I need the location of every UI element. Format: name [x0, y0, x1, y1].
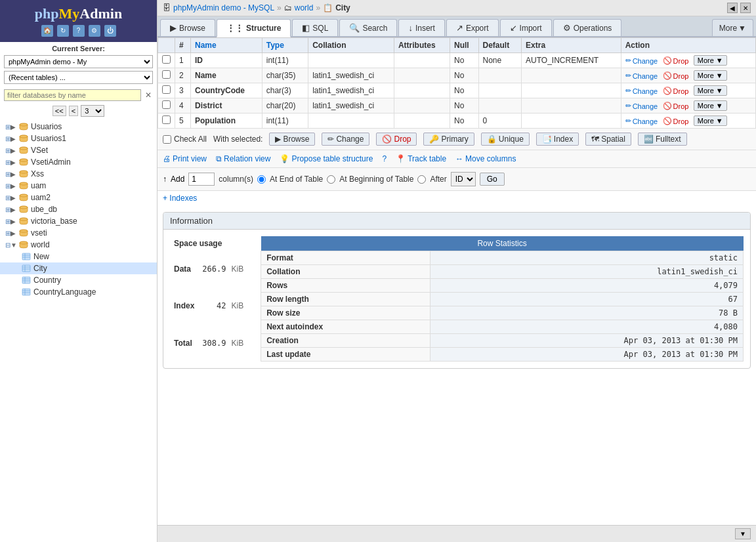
row-checkbox[interactable]	[158, 53, 175, 68]
plusminus-icon-usuarios[interactable]: ⊞	[5, 123, 10, 131]
sidebar-item-world_new[interactable]: New	[0, 251, 157, 262]
table-select[interactable]: (Recent tables) ...	[4, 71, 153, 84]
expand-icon-world[interactable]: ▼	[10, 241, 18, 249]
expand-icon-vset[interactable]: ▶	[10, 147, 18, 154]
more-button[interactable]: More ▼	[694, 85, 727, 96]
page-num-select[interactable]: 3	[81, 105, 104, 117]
go-button[interactable]: Go	[480, 173, 505, 186]
primary-btn[interactable]: 🔑 Primary	[423, 133, 474, 146]
tab-browse[interactable]: ▶ Browse	[160, 19, 215, 36]
server-select[interactable]: phpMyAdmin demo - My	[4, 55, 153, 68]
change-link[interactable]: ✏ Change	[625, 117, 658, 125]
sidebar-item-usuarios1[interactable]: ⊞▶Usuarios1	[0, 133, 157, 144]
more-button[interactable]: More ▼	[694, 100, 727, 111]
index-btn[interactable]: 📑 Index	[536, 133, 579, 146]
col-header-name[interactable]: Name	[191, 38, 262, 53]
more-button[interactable]: More ▼	[694, 70, 727, 81]
drop-link[interactable]: 🚫 Drop	[663, 87, 689, 95]
more-button[interactable]: More ▼	[694, 115, 727, 126]
row-checkbox[interactable]	[158, 98, 175, 114]
change-link[interactable]: ✏ Change	[625, 56, 658, 65]
change-link[interactable]: ✏ Change	[625, 72, 658, 80]
sidebar-item-usuarios[interactable]: ⊞▶Usuarios	[0, 121, 157, 133]
drop-link[interactable]: 🚫 Drop	[663, 56, 689, 65]
sidebar-item-world_city[interactable]: City	[0, 262, 157, 274]
plusminus-icon-vset[interactable]: ⊞	[5, 147, 10, 154]
tab-structure[interactable]: ⋮⋮ Structure	[217, 19, 291, 37]
add-column-input[interactable]	[188, 173, 215, 186]
tab-import[interactable]: ↙ Import	[500, 19, 552, 36]
plusminus-icon-victoria_base[interactable]: ⊞	[5, 218, 10, 225]
tab-more[interactable]: More ▼	[712, 19, 753, 36]
drop-btn[interactable]: 🚫 Drop	[376, 133, 417, 146]
propose-help-icon[interactable]: ?	[382, 154, 387, 163]
plusminus-icon-uam2[interactable]: ⊞	[5, 194, 10, 201]
expand-icon-vsetiadmin[interactable]: ▶	[10, 159, 18, 166]
drop-link[interactable]: 🚫 Drop	[663, 72, 689, 80]
plusminus-icon-xss[interactable]: ⊞	[5, 171, 10, 178]
plusminus-icon-uam[interactable]: ⊞	[5, 182, 10, 190]
expand-icon-usuarios[interactable]: ▶	[10, 123, 18, 131]
sidebar-item-world[interactable]: ⊟▼world	[0, 239, 157, 251]
expand-icon-usuarios1[interactable]: ▶	[10, 135, 18, 142]
plusminus-icon-usuarios1[interactable]: ⊞	[5, 135, 10, 142]
sidebar-item-victoria_base[interactable]: ⊞▶victoria_base	[0, 215, 157, 227]
move-columns-link[interactable]: ↔ Move columns	[455, 154, 516, 163]
change-link[interactable]: ✏ Change	[625, 87, 658, 95]
expand-icon-xss[interactable]: ▶	[10, 171, 18, 178]
exit-icon[interactable]: ⏻	[104, 25, 116, 37]
filter-clear-button[interactable]: ✕	[144, 91, 153, 100]
help-icon[interactable]: ?	[73, 25, 85, 37]
tab-operations[interactable]: ⚙ Operations	[553, 19, 622, 36]
sidebar-item-world_country[interactable]: Country	[0, 274, 157, 286]
spatial-btn[interactable]: 🗺 Spatial	[585, 133, 631, 146]
sidebar-item-vset[interactable]: ⊞▶VSet	[0, 144, 157, 156]
sidebar-item-xss[interactable]: ⊞▶Xss	[0, 168, 157, 180]
relation-view-link[interactable]: ⧉ Relation view	[216, 154, 270, 163]
row-checkbox[interactable]	[158, 83, 175, 98]
tab-insert[interactable]: ↓ Insert	[398, 19, 445, 36]
at-end-radio[interactable]	[257, 175, 266, 184]
indexes-link[interactable]: + Indexes	[163, 194, 197, 203]
expand-icon-victoria_base[interactable]: ▶	[10, 218, 18, 225]
sidebar-item-vsetiadmin[interactable]: ⊞▶VsetiAdmin	[0, 156, 157, 168]
browse-btn[interactable]: ▶ Browse	[269, 133, 315, 146]
sidebar-item-ube_db[interactable]: ⊞▶ube_db	[0, 203, 157, 215]
settings-icon[interactable]: ⚙	[89, 25, 100, 37]
unique-btn[interactable]: 🔒 Unique	[481, 133, 530, 146]
tab-export[interactable]: ↗ Export	[446, 19, 499, 36]
drop-link[interactable]: 🚫 Drop	[663, 102, 689, 110]
track-table-link[interactable]: 📍 Track table	[396, 154, 446, 163]
expand-icon-ube_db[interactable]: ▶	[10, 206, 18, 213]
propose-structure-link[interactable]: 💡 Propose table structure	[280, 154, 373, 163]
change-link[interactable]: ✏ Change	[625, 102, 658, 110]
plusminus-icon-world[interactable]: ⊟	[5, 241, 10, 249]
sidebar-item-world_countrylanguage[interactable]: CountryLanguage	[0, 286, 157, 298]
home-icon[interactable]: 🏠	[41, 25, 53, 37]
sidebar-item-uam2[interactable]: ⊞▶uam2	[0, 192, 157, 203]
breadcrumb-server[interactable]: phpMyAdmin demo - MySQL	[173, 3, 274, 12]
expand-icon-uam2[interactable]: ▶	[10, 194, 18, 201]
fulltext-btn[interactable]: 🔤 Fulltext	[638, 133, 687, 146]
expand-icon-vseti[interactable]: ▶	[10, 230, 18, 237]
minimize-button[interactable]: ◀	[727, 3, 738, 13]
change-btn[interactable]: ✏ Change	[322, 133, 369, 146]
after-radio[interactable]	[417, 175, 426, 184]
col-header-type[interactable]: Type	[262, 38, 308, 53]
pagination-prev-prev[interactable]: <<	[52, 106, 66, 116]
plusminus-icon-vsetiadmin[interactable]: ⊞	[5, 159, 10, 166]
row-checkbox[interactable]	[158, 68, 175, 83]
plusminus-icon-ube_db[interactable]: ⊞	[5, 206, 10, 213]
tab-sql[interactable]: ◧ SQL	[292, 19, 338, 36]
check-all-checkbox[interactable]	[163, 135, 171, 144]
tab-search[interactable]: 🔍 Search	[339, 19, 397, 36]
sidebar-item-vseti[interactable]: ⊞▶vseti	[0, 227, 157, 239]
row-checkbox[interactable]	[158, 114, 175, 129]
plusminus-icon-vseti[interactable]: ⊞	[5, 230, 10, 237]
after-column-select[interactable]: ID	[451, 172, 476, 186]
filter-input[interactable]	[4, 89, 141, 101]
pagination-prev[interactable]: <	[69, 106, 78, 116]
breadcrumb-db[interactable]: world	[295, 3, 314, 12]
refresh-icon[interactable]: ↻	[57, 25, 69, 37]
drop-link[interactable]: 🚫 Drop	[663, 117, 689, 125]
